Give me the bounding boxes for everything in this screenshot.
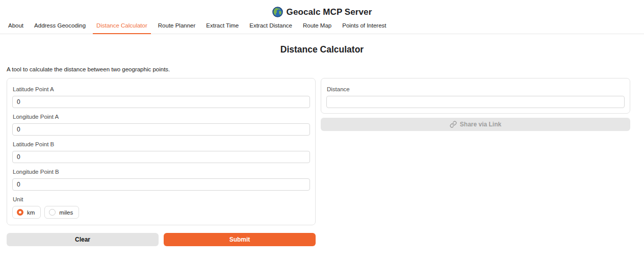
- page-description: A tool to calculate the distance between…: [7, 66, 644, 72]
- field-distance: Distance: [326, 86, 625, 108]
- unit-option-miles[interactable]: miles: [44, 206, 79, 219]
- input-column: Latitude Point A Longitude Point A Latit…: [7, 78, 316, 246]
- latitude-b-label: Latitude Point B: [13, 141, 310, 147]
- tab-extract-time[interactable]: Extract Time: [202, 19, 242, 34]
- content-columns: Latitude Point A Longitude Point A Latit…: [0, 78, 644, 246]
- radio-unselected-icon: [49, 209, 56, 216]
- field-latitude-b: Latitude Point B: [12, 141, 310, 163]
- globe-logo-icon: [272, 7, 283, 17]
- longitude-a-label: Longitude Point A: [13, 114, 310, 120]
- app-header: Geocalc MCP Server: [0, 0, 644, 19]
- app-title: Geocalc MCP Server: [287, 7, 372, 17]
- unit-km-label: km: [27, 209, 35, 216]
- tab-about[interactable]: About: [5, 19, 27, 34]
- unit-miles-label: miles: [59, 209, 73, 216]
- field-longitude-b: Longitude Point B: [12, 169, 310, 191]
- page-title: Distance Calculator: [0, 44, 644, 55]
- field-latitude-a: Latitude Point A: [12, 86, 310, 108]
- distance-output-input[interactable]: [326, 96, 625, 108]
- link-icon: [450, 121, 457, 128]
- tab-distance-calculator[interactable]: Distance Calculator: [93, 19, 151, 34]
- field-longitude-a: Longitude Point A: [12, 114, 310, 136]
- form-actions: Clear Submit: [7, 233, 316, 246]
- longitude-b-input[interactable]: [12, 178, 310, 191]
- unit-radio-group: km miles: [12, 206, 310, 219]
- longitude-a-input[interactable]: [12, 123, 310, 136]
- tab-route-planner[interactable]: Route Planner: [154, 19, 199, 34]
- distance-label: Distance: [327, 86, 625, 92]
- clear-button[interactable]: Clear: [7, 233, 159, 246]
- latitude-a-label: Latitude Point A: [13, 86, 310, 92]
- share-via-link-button[interactable]: Share via Link: [321, 118, 630, 131]
- tab-route-map[interactable]: Route Map: [299, 19, 335, 34]
- input-card: Latitude Point A Longitude Point A Latit…: [7, 78, 316, 225]
- tab-extract-distance[interactable]: Extract Distance: [246, 19, 296, 34]
- unit-option-km[interactable]: km: [12, 206, 41, 219]
- latitude-a-input[interactable]: [12, 96, 310, 108]
- share-via-link-label: Share via Link: [460, 121, 501, 128]
- tab-points-of-interest[interactable]: Points of Interest: [339, 19, 390, 34]
- field-unit: Unit km miles: [12, 196, 310, 219]
- output-column: Distance Share via Link: [321, 78, 630, 246]
- unit-label: Unit: [13, 196, 310, 202]
- nav-tabs: About Address Geocoding Distance Calcula…: [0, 19, 644, 34]
- latitude-b-input[interactable]: [12, 151, 310, 163]
- tab-address-geocoding[interactable]: Address Geocoding: [31, 19, 89, 34]
- radio-selected-icon: [17, 209, 23, 216]
- longitude-b-label: Longitude Point B: [13, 169, 310, 175]
- output-card: Distance: [321, 78, 630, 114]
- submit-button[interactable]: Submit: [164, 233, 316, 246]
